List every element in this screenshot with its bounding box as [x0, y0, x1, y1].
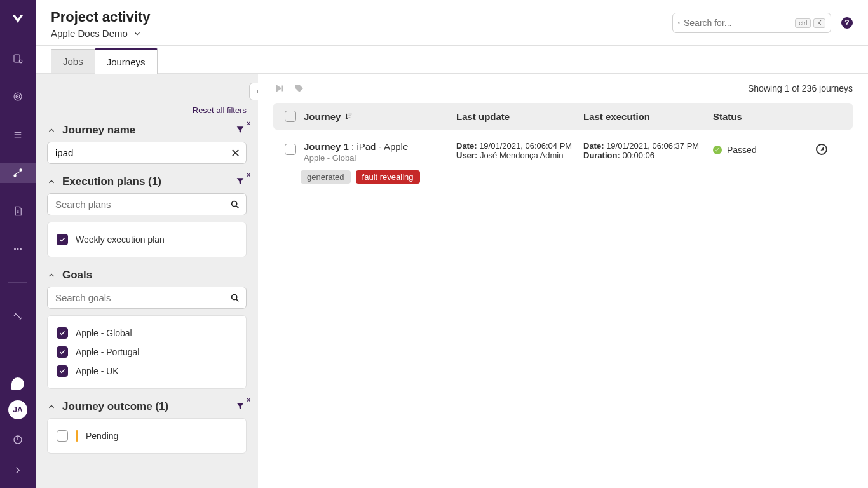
checkbox[interactable] — [57, 327, 68, 339]
filter-goals: Goals Apple - Global — [47, 269, 247, 389]
col-update-label[interactable]: Last update — [456, 111, 583, 122]
svg-point-11 — [17, 248, 19, 250]
tag-fault-revealing: fault revealing — [356, 170, 420, 184]
search-icon — [230, 200, 240, 210]
nav-item-journeys[interactable] — [0, 163, 36, 183]
row-checkbox[interactable] — [285, 144, 296, 155]
clear-filter-icon[interactable] — [235, 125, 247, 136]
filter-title-label: Journey outcome (1) — [62, 400, 168, 413]
collapse-filters-button[interactable] — [249, 83, 258, 100]
play-icon[interactable] — [273, 83, 285, 94]
chevron-up-icon[interactable] — [47, 271, 56, 280]
svg-point-9 — [20, 169, 22, 171]
goal-option[interactable]: Apple - Global — [57, 323, 237, 342]
clear-filter-icon[interactable] — [235, 401, 247, 412]
plans-search-input[interactable] — [47, 193, 247, 215]
svg-line-18 — [236, 206, 238, 208]
col-status-label[interactable]: Status — [710, 111, 841, 122]
svg-point-12 — [20, 248, 22, 250]
search-icon — [230, 293, 240, 303]
svg-point-8 — [14, 175, 16, 177]
filter-journey-outcome: Journey outcome (1) Pending — [47, 400, 247, 454]
checkbox[interactable] — [57, 346, 68, 358]
journey-subtitle: Apple - Global — [304, 153, 456, 163]
power-icon[interactable] — [0, 430, 36, 450]
chevron-up-icon[interactable] — [47, 126, 56, 135]
outcome-option[interactable]: Pending — [57, 426, 237, 445]
help-icon[interactable]: ? — [841, 17, 853, 29]
filter-title-label: Execution plans (1) — [62, 175, 161, 188]
clear-input-icon[interactable]: ✕ — [231, 146, 240, 160]
goal-label: Apple - UK — [76, 366, 119, 376]
collapse-rail-icon[interactable] — [0, 460, 36, 480]
user-avatar[interactable]: JA — [8, 400, 27, 419]
rerun-icon[interactable] — [816, 144, 827, 155]
checkbox[interactable] — [57, 234, 68, 245]
filter-journey-name: Journey name ✕ — [47, 124, 247, 164]
status-passed-icon: ✓ — [713, 146, 722, 154]
clear-filter-icon[interactable] — [235, 176, 247, 187]
kbd-k: K — [813, 18, 825, 28]
search-icon — [678, 18, 680, 28]
chevron-down-icon — [133, 29, 142, 38]
goal-option[interactable]: Apple - UK — [57, 362, 237, 381]
svg-point-15 — [678, 22, 679, 23]
status-label: Passed — [727, 145, 757, 155]
plan-label: Weekly execution plan — [76, 234, 165, 245]
page-title: Project activity — [51, 9, 151, 25]
logo-icon[interactable] — [9, 11, 27, 29]
tag-generated: generated — [301, 170, 351, 184]
filter-title-label: Journey name — [62, 124, 135, 137]
nav-item-file[interactable] — [0, 201, 36, 221]
reset-filters-link[interactable]: Reset all filters — [47, 105, 247, 115]
journey-name-input[interactable] — [47, 142, 247, 164]
svg-line-16 — [679, 23, 680, 24]
select-all-checkbox[interactable] — [285, 111, 296, 122]
checkbox[interactable] — [57, 365, 68, 377]
checkbox[interactable] — [57, 430, 68, 442]
filter-execution-plans: Execution plans (1) — [47, 175, 247, 257]
kbd-ctrl: ctrl — [795, 18, 811, 28]
tag-icon[interactable] — [294, 83, 305, 94]
tab-jobs[interactable]: Jobs — [51, 49, 95, 73]
svg-point-4 — [17, 96, 18, 97]
nav-item-target[interactable] — [0, 86, 36, 107]
chevron-up-icon[interactable] — [47, 177, 56, 186]
chat-icon[interactable] — [11, 377, 24, 390]
nav-item-satellite[interactable] — [0, 306, 36, 326]
journeys-panel: Showing 1 of 236 journeys Journey Last u… — [258, 74, 868, 488]
svg-point-19 — [232, 294, 237, 299]
nav-rail: JA — [0, 0, 36, 488]
col-exec-label[interactable]: Last execution — [583, 111, 710, 122]
nav-item-list[interactable] — [0, 125, 36, 145]
goal-option[interactable]: Apple - Portugal — [57, 342, 237, 362]
search-input[interactable] — [684, 18, 795, 28]
table-header: Journey Last update Last execution Statu… — [273, 103, 853, 130]
journey-row[interactable]: Journey 1 : iPad - Apple Apple - Global … — [273, 130, 853, 195]
sort-icon[interactable] — [344, 112, 353, 121]
filter-title-label: Goals — [62, 269, 92, 281]
nav-item-more[interactable] — [0, 239, 36, 259]
header: Project activity Apple Docs Demo ctrl K … — [36, 0, 868, 46]
svg-rect-0 — [14, 55, 20, 62]
goals-search-input[interactable] — [47, 287, 247, 309]
project-selector[interactable]: Apple Docs Demo — [51, 28, 151, 39]
chevron-up-icon[interactable] — [47, 402, 56, 411]
global-search[interactable]: ctrl K — [672, 13, 831, 33]
nav-item-1[interactable] — [0, 48, 36, 69]
svg-point-10 — [14, 248, 16, 250]
svg-rect-21 — [282, 86, 283, 92]
journey-title: Journey 1 : iPad - Apple — [304, 141, 456, 152]
tab-journeys[interactable]: Journeys — [95, 48, 158, 74]
svg-line-20 — [236, 299, 238, 301]
svg-point-17 — [232, 201, 237, 206]
goal-label: Apple - Portugal — [76, 347, 139, 357]
plan-option[interactable]: Weekly execution plan — [57, 230, 237, 249]
tabs: Jobs Journeys — [36, 46, 868, 74]
outcome-label: Pending — [86, 431, 118, 441]
col-journey-label[interactable]: Journey — [304, 111, 341, 122]
filters-panel: Reset all filters Journey name — [36, 74, 258, 488]
goal-label: Apple - Global — [76, 328, 132, 338]
pending-indicator — [76, 430, 78, 442]
project-name: Apple Docs Demo — [51, 28, 128, 39]
